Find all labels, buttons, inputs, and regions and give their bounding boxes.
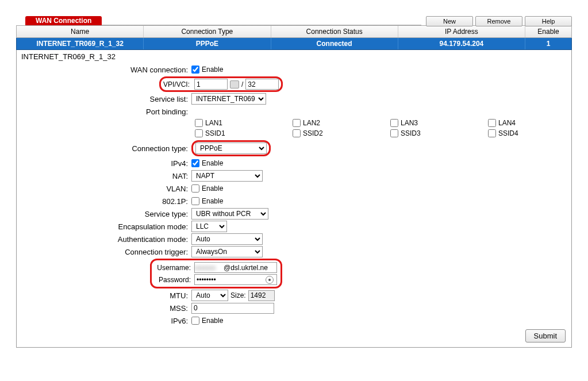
wan-enable-checkbox[interactable] (191, 66, 199, 74)
section-title: INTERNET_TR069_R_1_32 (17, 50, 571, 63)
col-ip: IP Address (398, 26, 525, 37)
nat-select[interactable]: NAPT (191, 170, 263, 182)
tab-spacer (102, 16, 421, 25)
label-vlan: VLAN: (17, 184, 191, 193)
ssid3-checkbox[interactable] (390, 129, 398, 137)
col-type: Connection Type (144, 26, 271, 37)
label-8021p: 802.1P: (17, 197, 191, 206)
label-username: Username: (153, 264, 194, 272)
col-status: Connection Status (271, 26, 398, 37)
auth-mode-select[interactable]: Auto (191, 233, 263, 245)
vlan-enable-checkbox[interactable] (191, 184, 199, 193)
label-nat: NAT: (17, 172, 191, 180)
label-encap-mode: Encapsulation mode: (17, 222, 191, 231)
vpi-input[interactable] (194, 79, 228, 90)
p8021-enable-text: Enable (202, 197, 223, 205)
label-service-type: Service type: (17, 210, 191, 218)
help-button[interactable]: Help (525, 16, 572, 26)
ipv4-enable-checkbox[interactable] (191, 159, 199, 167)
port-lan3[interactable]: LAN3 (390, 119, 488, 127)
mss-input[interactable] (191, 303, 274, 314)
label-mtu: MTU: (17, 291, 191, 300)
card-icon (230, 80, 239, 88)
port-lan4[interactable]: LAN4 (488, 119, 586, 127)
cell-enable: 1 (525, 38, 571, 49)
submit-button[interactable]: Submit (525, 329, 566, 342)
ipv6-enable-checkbox[interactable] (191, 317, 199, 325)
label-conn-trigger: Connection trigger: (17, 248, 191, 256)
remove-button[interactable]: Remove (475, 16, 522, 26)
encap-mode-select[interactable]: LLC (191, 221, 227, 232)
ssid1-checkbox[interactable] (195, 129, 203, 137)
label-ipv4: IPv4: (17, 159, 191, 168)
lan3-checkbox[interactable] (390, 119, 398, 127)
port-binding-grid: LAN1 LAN2 LAN3 LAN4 SSID1 SSID2 SSID3 SS… (195, 118, 571, 140)
lan4-checkbox[interactable] (488, 119, 496, 127)
label-vpi-vci: VPI/VCI: (163, 80, 192, 88)
label-ipv6: IPv6: (17, 317, 191, 325)
password-input[interactable] (194, 274, 277, 285)
port-lan1[interactable]: LAN1 (195, 119, 293, 127)
grid-header: Name Connection Type Connection Status I… (16, 25, 572, 38)
new-button[interactable]: New (426, 16, 473, 26)
service-type-select[interactable]: UBR without PCR (191, 208, 268, 220)
label-service-list: Service list: (17, 95, 191, 103)
p8021-enable-checkbox[interactable] (191, 197, 199, 205)
vlan-enable-text: Enable (202, 184, 223, 193)
cell-name: INTERNET_TR069_R_1_32 (17, 38, 144, 49)
connection-type-select[interactable]: PPPoE (195, 143, 267, 154)
label-auth-mode: Authentication mode: (17, 235, 191, 244)
conn-trigger-select[interactable]: AlwaysOn (191, 246, 263, 257)
username-input[interactable]: xxxxxx@dsl.ukrtel.ne (194, 262, 277, 273)
cell-type: PPPoE (144, 38, 271, 49)
vpi-vci-slash: / (241, 80, 243, 88)
mtu-size-input (248, 290, 275, 301)
mtu-select[interactable]: Auto (191, 290, 228, 301)
wan-enable-text: Enable (202, 66, 223, 74)
col-enable: Enable (525, 26, 571, 37)
cell-ip: 94.179.54.204 (398, 38, 525, 49)
label-connection-type: Connection type: (17, 144, 191, 153)
show-password-icon[interactable] (266, 276, 274, 284)
ipv4-enable-text: Enable (202, 159, 223, 167)
tab-wan-connection[interactable]: WAN Connection (25, 16, 102, 25)
ssid2-checkbox[interactable] (293, 129, 301, 137)
lan2-checkbox[interactable] (293, 119, 301, 127)
service-list-select[interactable]: INTERNET_TR069 (191, 93, 266, 105)
port-ssid1[interactable]: SSID1 (195, 129, 293, 137)
label-size: Size: (230, 291, 246, 299)
label-password: Password: (153, 276, 194, 284)
ssid4-checkbox[interactable] (488, 129, 496, 137)
port-ssid3[interactable]: SSID3 (390, 129, 488, 137)
label-mss: MSS: (17, 304, 191, 313)
label-port-binding: Port binding: (17, 107, 191, 116)
ipv6-enable-text: Enable (202, 317, 223, 325)
port-lan2[interactable]: LAN2 (293, 119, 390, 127)
grid-row-selected[interactable]: INTERNET_TR069_R_1_32 PPPoE Connected 94… (16, 38, 572, 50)
port-ssid2[interactable]: SSID2 (293, 129, 390, 137)
col-name: Name (17, 26, 144, 37)
label-wan-connection: WAN connection: (17, 66, 191, 74)
lan1-checkbox[interactable] (195, 119, 203, 127)
vci-input[interactable] (245, 79, 279, 90)
port-ssid4[interactable]: SSID4 (488, 129, 586, 137)
cell-status: Connected (271, 38, 398, 49)
